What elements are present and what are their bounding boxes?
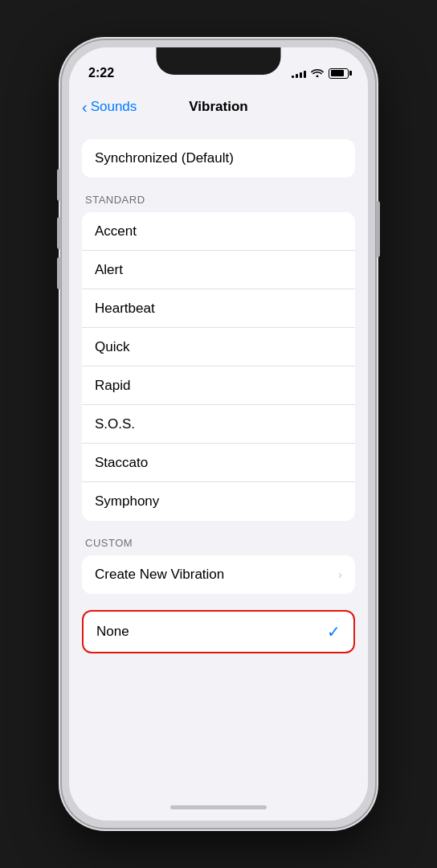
- custom-section: CUSTOM Create New Vibration ›: [69, 537, 368, 594]
- signal-bars-icon: [292, 68, 306, 78]
- phone-frame: 2:22: [62, 40, 375, 828]
- sos-label: S.O.S.: [95, 416, 135, 432]
- list-item-heartbeat[interactable]: Heartbeat: [82, 289, 355, 328]
- synchronized-default-label: Synchronized (Default): [95, 150, 234, 166]
- screen: 2:22: [69, 47, 368, 821]
- checkmark-icon: ✓: [327, 622, 341, 641]
- home-indicator: [170, 805, 267, 809]
- back-label: Sounds: [91, 99, 137, 115]
- rapid-label: Rapid: [95, 378, 130, 394]
- navigation-bar: ‹ Sounds Vibration: [69, 88, 368, 126]
- notch: [157, 47, 281, 75]
- list-item-alert[interactable]: Alert: [82, 251, 355, 289]
- symphony-label: Symphony: [95, 493, 159, 510]
- list-item-rapid[interactable]: Rapid: [82, 366, 355, 405]
- chevron-right-icon: ›: [338, 568, 342, 581]
- status-time: 2:22: [88, 66, 114, 80]
- accent-label: Accent: [95, 223, 137, 240]
- alert-label: Alert: [95, 262, 123, 278]
- list-item-staccato[interactable]: Staccato: [82, 444, 355, 482]
- top-list-group: Synchronized (Default): [82, 139, 355, 178]
- back-button[interactable]: ‹ Sounds: [82, 99, 137, 115]
- home-bar: [69, 793, 368, 821]
- list-item-none[interactable]: None ✓: [82, 610, 355, 653]
- none-label: None: [96, 624, 129, 640]
- quick-label: Quick: [95, 339, 129, 355]
- custom-section-label: CUSTOM: [69, 537, 368, 555]
- page-title: Vibration: [189, 99, 247, 115]
- list-item[interactable]: Synchronized (Default): [82, 139, 355, 178]
- battery-fill: [331, 70, 344, 76]
- standard-section-label: STANDARD: [69, 194, 368, 212]
- wifi-icon: [311, 68, 324, 80]
- top-section: Synchronized (Default): [69, 139, 368, 178]
- standard-section: STANDARD Accent Alert Heartbeat Quick: [69, 194, 368, 521]
- list-item-symphony[interactable]: Symphony: [82, 482, 355, 521]
- status-icons: [292, 68, 349, 80]
- content-area: Synchronized (Default) STANDARD Accent A…: [69, 126, 368, 793]
- custom-list-group: Create New Vibration ›: [82, 555, 355, 594]
- back-chevron-icon: ‹: [82, 99, 88, 115]
- list-item-create-vibration[interactable]: Create New Vibration ›: [82, 555, 355, 594]
- create-new-vibration-label: Create New Vibration: [95, 567, 224, 583]
- list-item-quick[interactable]: Quick: [82, 328, 355, 366]
- none-section: None ✓: [82, 610, 355, 653]
- staccato-label: Staccato: [95, 455, 148, 471]
- list-item-accent[interactable]: Accent: [82, 212, 355, 251]
- heartbeat-label: Heartbeat: [95, 301, 155, 317]
- battery-icon: [329, 68, 349, 79]
- phone-inner: 2:22: [69, 47, 368, 821]
- list-item-sos[interactable]: S.O.S.: [82, 405, 355, 444]
- standard-list-group: Accent Alert Heartbeat Quick Rapid: [82, 212, 355, 521]
